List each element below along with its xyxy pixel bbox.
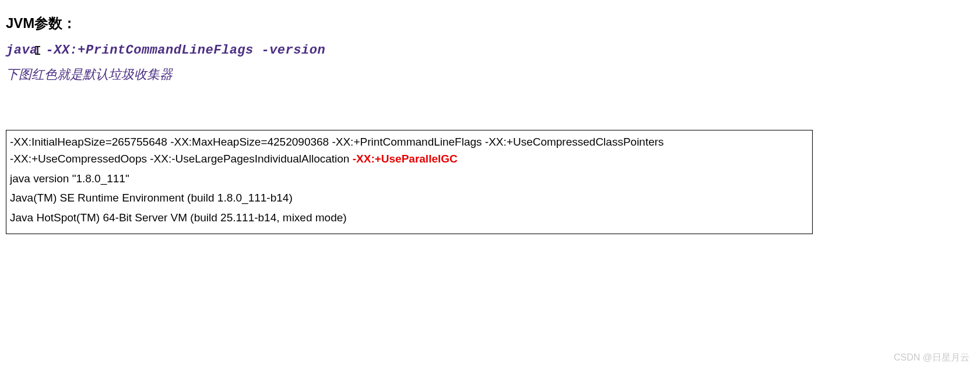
output-java-version: java version "1.8.0_111" — [10, 172, 809, 186]
terminal-output-box: -XX:InitialHeapSize=265755648 -XX:MaxHea… — [6, 130, 813, 234]
output-flags-highlight: -XX:+UseParallelGC — [353, 153, 458, 165]
command-line: I java -XX:+PrintCommandLineFlags -versi… — [6, 43, 974, 58]
output-vm: Java HotSpot(TM) 64-Bit Server VM (build… — [10, 211, 809, 225]
output-flags-prefix: -XX:+UseCompressedOops -XX:-UseLargePage… — [10, 153, 353, 165]
output-flags-line-2: -XX:+UseCompressedOops -XX:-UseLargePage… — [10, 152, 809, 166]
output-runtime-env: Java(TM) SE Runtime Environment (build 1… — [10, 191, 809, 205]
caption-note: 下图红色就是默认垃圾收集器 — [6, 66, 974, 83]
section-heading: JVM参数： — [6, 14, 974, 33]
output-flags-line-1: -XX:InitialHeapSize=265755648 -XX:MaxHea… — [10, 135, 809, 149]
watermark: CSDN @日星月云 — [894, 352, 970, 364]
command-text: java -XX:+PrintCommandLineFlags -version — [6, 43, 325, 58]
document-content: JVM参数： I java -XX:+PrintCommandLineFlags… — [0, 0, 980, 234]
